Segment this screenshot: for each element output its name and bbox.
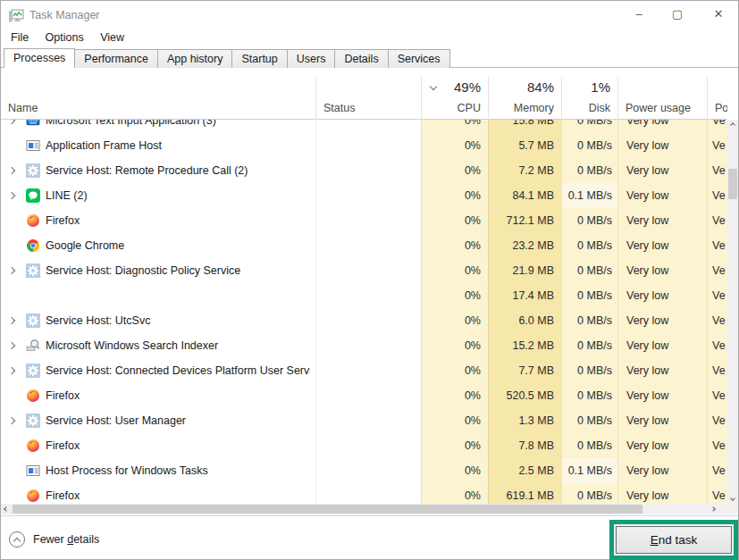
horizontal-scrollbar[interactable] <box>1 504 727 514</box>
process-row[interactable]: Service Host: Remote Procedure Call (2)0… <box>1 158 727 183</box>
disk-cell: 0 MB/s <box>561 208 617 233</box>
app-frame-icon <box>26 464 40 478</box>
menu-file[interactable]: File <box>8 29 31 46</box>
power-usage-trend-cell: Ve <box>707 383 727 408</box>
process-row[interactable]: LINE (2)0%84.1 MB0.1 MB/sVery lowVe <box>1 183 727 208</box>
expand-chevron-icon[interactable] <box>8 267 15 274</box>
memory-cell: 2.5 MB <box>488 458 561 483</box>
process-row[interactable]: Firefox0%619.1 MB0 MB/sVery lowVe <box>1 483 727 504</box>
disk-cell: 0 MB/s <box>561 133 617 158</box>
status-cell <box>315 308 421 333</box>
column-header-power-usage[interactable]: Power usage <box>617 77 707 120</box>
process-row[interactable]: Firefox0%7.8 MB0 MB/sVery lowVe <box>1 433 727 458</box>
app-frame-icon <box>26 138 40 153</box>
memory-cell: 6.0 MB <box>488 308 561 333</box>
column-header-power-usage-trend[interactable]: Powe <box>707 77 727 120</box>
expand-chevron-icon[interactable] <box>8 192 15 199</box>
vertical-scrollbar[interactable] <box>727 120 738 504</box>
tab-startup[interactable]: Startup <box>231 49 287 68</box>
cpu-cell: 0% <box>421 358 488 383</box>
column-header-disk[interactable]: 1% Disk <box>561 77 617 120</box>
expand-chevron-icon[interactable] <box>8 120 15 124</box>
tab-users[interactable]: Users <box>287 49 336 68</box>
power-usage-cell: Very low <box>617 233 707 258</box>
process-row[interactable]: Host Process for Windows Tasks0%2.5 MB0.… <box>1 458 727 483</box>
process-row[interactable]: Firefox0%520.5 MB0 MB/sVery lowVe <box>1 383 727 408</box>
menu-bar: File Options View <box>1 29 738 47</box>
power-usage-cell: Very low <box>617 183 707 208</box>
process-row[interactable]: 0%17.4 MB0 MB/sVery lowVe <box>1 283 727 308</box>
task-manager-window: Task Manager – ▢ ✕ File Options View Pro… <box>0 0 739 560</box>
process-row[interactable]: Firefox0%712.1 MB0 MB/sVery lowVe <box>1 208 727 233</box>
process-name: Host Process for Windows Tasks <box>46 458 310 483</box>
process-row[interactable]: Google Chrome0%23.2 MB0 MB/sVery lowVe <box>1 233 727 258</box>
menu-view[interactable]: View <box>97 29 127 46</box>
process-row[interactable]: Microsoft Windows Search Indexer0%15.2 M… <box>1 333 727 358</box>
expand-chevron-icon[interactable] <box>8 417 15 424</box>
process-name: LINE (2) <box>46 183 310 208</box>
scroll-right-icon[interactable] <box>708 504 718 514</box>
gear-icon <box>26 364 40 378</box>
expand-chevron-icon[interactable] <box>8 367 15 374</box>
process-name: Firefox <box>46 383 310 408</box>
power-usage-trend-cell: Ve <box>707 483 727 504</box>
power-usage-trend-cell: Ve <box>707 183 727 208</box>
tab-app-history[interactable]: App history <box>157 49 233 68</box>
process-row[interactable]: Service Host: UtcSvc0%6.0 MB0 MB/sVery l… <box>1 308 727 333</box>
power-usage-cell: Very low <box>617 120 707 133</box>
column-header-name[interactable]: Name <box>1 77 315 120</box>
column-header-cpu[interactable]: 49% CPU <box>421 77 488 120</box>
expand-chevron-icon[interactable] <box>8 342 15 349</box>
close-button[interactable]: ✕ <box>705 1 732 28</box>
column-header-memory[interactable]: 84% Memory <box>488 77 561 120</box>
expand-chevron-icon[interactable] <box>8 167 15 174</box>
tab-processes[interactable]: Processes <box>4 48 75 68</box>
power-usage-cell: Very low <box>617 483 707 504</box>
end-task-button[interactable]: End task <box>616 526 732 554</box>
status-cell <box>315 433 421 458</box>
keyboard-icon <box>26 120 40 128</box>
process-name: Microsoft Windows Search Indexer <box>46 333 310 358</box>
menu-options[interactable]: Options <box>43 29 87 46</box>
scroll-down-icon[interactable] <box>727 493 738 504</box>
scroll-up-icon[interactable] <box>727 120 738 130</box>
power-usage-cell: Very low <box>617 208 707 233</box>
process-row[interactable]: Microsoft Text Input Application (3)0%15… <box>1 120 727 133</box>
disk-cell: 0 MB/s <box>561 308 617 333</box>
process-row[interactable]: Service Host: Connected Devices Platform… <box>1 358 727 383</box>
process-name: Application Frame Host <box>46 133 310 158</box>
power-usage-cell: Very low <box>617 133 707 158</box>
status-cell <box>315 383 421 408</box>
vertical-scrollbar-thumb[interactable] <box>728 169 737 199</box>
memory-cell: 84.1 MB <box>488 183 561 208</box>
cpu-cell: 0% <box>421 283 488 308</box>
title-bar: Task Manager – ▢ ✕ <box>1 1 738 29</box>
column-header: Name Status 49% CPU 84% Memory 1% Disk P… <box>1 77 727 120</box>
cpu-cell: 0% <box>421 433 488 458</box>
expand-chevron-icon[interactable] <box>8 317 15 324</box>
power-usage-trend-cell: Ve <box>707 408 727 433</box>
status-cell <box>315 233 421 258</box>
power-usage-cell: Very low <box>617 258 707 283</box>
tab-details[interactable]: Details <box>334 49 388 68</box>
status-cell <box>315 333 421 358</box>
gear-icon <box>26 313 40 328</box>
column-header-status[interactable]: Status <box>315 77 421 120</box>
power-usage-cell: Very low <box>617 358 707 383</box>
task-manager-icon <box>9 8 24 23</box>
minimize-button[interactable]: – <box>626 1 652 28</box>
cpu-cell: 0% <box>421 133 488 158</box>
tab-performance[interactable]: Performance <box>74 49 158 68</box>
fewer-details-button[interactable]: Fewer details <box>9 531 99 547</box>
process-row[interactable]: Service Host: User Manager0%1.3 MB0 MB/s… <box>1 408 727 433</box>
process-row[interactable]: Service Host: Diagnostic Policy Service0… <box>1 258 727 283</box>
tab-services[interactable]: Services <box>388 49 450 68</box>
disk-cell: 0 MB/s <box>561 383 617 408</box>
scroll-left-icon[interactable] <box>1 504 12 514</box>
cpu-cell: 0% <box>421 208 488 233</box>
window-title: Task Manager <box>29 9 100 21</box>
process-row[interactable]: Application Frame Host0%5.7 MB0 MB/sVery… <box>1 133 727 158</box>
status-cell <box>315 358 421 383</box>
maximize-button[interactable]: ▢ <box>664 1 691 28</box>
horizontal-scrollbar-thumb[interactable] <box>13 505 642 514</box>
